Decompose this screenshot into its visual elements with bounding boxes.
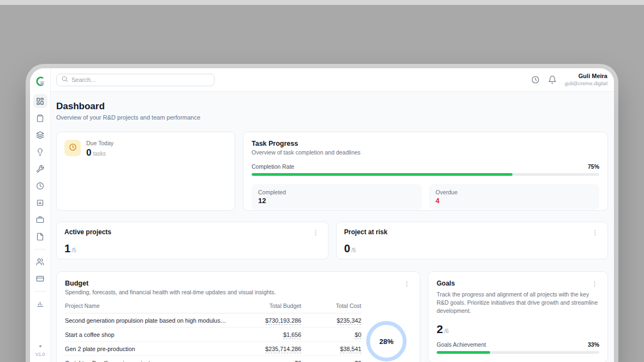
clock-icon xyxy=(36,182,44,190)
goals-value: 2 xyxy=(437,323,443,336)
budget-table-header: Project Name Total Budget Total Cost xyxy=(65,302,361,313)
top-strip xyxy=(0,0,644,5)
row-overview: Due Today 0tasks Task Progress Overview … xyxy=(56,132,608,211)
goals-title: Goals xyxy=(437,280,455,287)
due-clock-icon xyxy=(69,143,77,153)
budget-ring-area: 28% xyxy=(361,302,412,362)
goals-subtitle: Track the progress and alignment of all … xyxy=(437,290,599,316)
kebab-menu-icon[interactable] xyxy=(590,280,599,289)
task-progress-subtitle: Overview of task completion and deadline… xyxy=(252,149,599,156)
completion-rate-row: Completion Rate 75% xyxy=(252,163,599,170)
completion-rate-label: Completion Rate xyxy=(252,163,294,170)
col-total-cost: Total Cost xyxy=(301,302,361,309)
table-row[interactable]: Start a coffee shop $1,656 $0 xyxy=(65,328,361,342)
status-dot xyxy=(39,345,41,347)
completed-value: 12 xyxy=(258,197,415,205)
app-logo[interactable] xyxy=(34,75,47,88)
app-version: V1.0 xyxy=(35,352,45,357)
due-today-unit: tasks xyxy=(93,151,105,157)
overdue-value: 4 xyxy=(436,197,593,205)
search-input[interactable] xyxy=(71,76,210,83)
clipboard-icon xyxy=(36,114,44,122)
due-today-icon-box xyxy=(64,140,81,156)
budget-donut-chart: 28% xyxy=(366,321,407,361)
goals-total: /6 xyxy=(444,328,449,334)
budget-subtitle: Spending, forecasts, and financial healt… xyxy=(65,289,276,295)
sidebar-item-portfolio[interactable] xyxy=(33,212,47,227)
kebab-menu-icon[interactable] xyxy=(591,228,600,238)
sidebar-item-team[interactable] xyxy=(33,254,47,269)
total-budget-value: $235,714.286 xyxy=(233,346,301,352)
table-row[interactable]: Gen 2 plate pre-production $235,714.286 … xyxy=(65,342,361,356)
sidebar-item-reports[interactable] xyxy=(33,195,47,210)
notifications-bell-icon[interactable] xyxy=(548,75,557,84)
sidebar-item-documents[interactable] xyxy=(33,229,47,244)
completion-progress-track xyxy=(252,173,599,176)
total-cost-value: $38,541 xyxy=(301,346,361,352)
task-progress-title: Task Progress xyxy=(252,140,599,147)
row-kpis: Active projects 1 /5 Project at risk xyxy=(56,222,608,259)
row-budget-goals: Budget Spending, forecasts, and financia… xyxy=(56,271,608,362)
sidebar-item-dashboard[interactable] xyxy=(33,94,47,108)
budget-percentage: 28% xyxy=(379,337,393,346)
completed-stat-box[interactable]: Completed 12 xyxy=(252,184,422,210)
app-window: V1.0 xyxy=(30,68,614,362)
col-total-budget: Total Budget xyxy=(233,302,301,309)
report-box-icon xyxy=(36,199,44,207)
total-cost-value: $235,342 xyxy=(301,317,361,324)
history-clock-icon[interactable] xyxy=(531,75,540,84)
project-name: Second generation propulsion plate based… xyxy=(65,317,233,324)
lightbulb-icon xyxy=(36,148,44,156)
desktop-backdrop: V1.0 xyxy=(0,0,644,362)
completed-label: Completed xyxy=(258,189,415,195)
sidebar-item-time[interactable] xyxy=(33,179,47,193)
sidebar-item-ideas[interactable] xyxy=(33,145,47,159)
sidebar-item-analytics[interactable] xyxy=(33,296,47,311)
sidebar-item-projects[interactable] xyxy=(33,128,47,142)
sidebar-footer: V1.0 xyxy=(35,345,45,362)
user-menu[interactable]: Guli Meira guli@creme.digital xyxy=(565,73,607,87)
project-at-risk-total: /5 xyxy=(351,247,356,253)
dashboard-content: Dashboard Overview of your R&D projects … xyxy=(51,92,614,362)
main-column: Guli Meira guli@creme.digital Dashboard … xyxy=(51,68,614,362)
due-today-text: Due Today 0tasks xyxy=(86,140,114,158)
table-row[interactable]: Creighton Beryllium mine project $0 $0 xyxy=(65,356,361,362)
credit-card-icon xyxy=(36,275,44,283)
layers-icon xyxy=(36,131,44,139)
goals-achievement-row: Goals Achievement 33% xyxy=(437,341,599,348)
total-budget-value: $1,656 xyxy=(233,331,301,338)
kebab-menu-icon[interactable] xyxy=(311,228,320,238)
goals-progress-track xyxy=(437,351,599,354)
page-subtitle: Overview of your R&D projects and team p… xyxy=(56,114,608,121)
search-icon xyxy=(61,75,68,85)
due-today-card[interactable]: Due Today 0tasks xyxy=(56,132,235,211)
project-at-risk-value: 0 xyxy=(344,242,350,255)
task-progress-card: Task Progress Overview of task completio… xyxy=(243,132,608,211)
kebab-menu-icon[interactable] xyxy=(402,280,412,289)
document-icon xyxy=(36,233,44,241)
project-at-risk-card: Project at risk 0 /5 xyxy=(336,222,609,259)
topbar-actions: Guli Meira guli@creme.digital xyxy=(531,73,607,87)
bar-chart-icon xyxy=(36,300,44,308)
completion-rate-value: 75% xyxy=(588,163,599,170)
total-cost-value: $0 xyxy=(301,331,361,338)
search-box[interactable] xyxy=(56,74,214,86)
sidebar-item-billing[interactable] xyxy=(33,271,47,286)
overdue-stat-box[interactable]: Overdue 4 xyxy=(429,184,599,210)
creme-logo-icon xyxy=(35,76,46,87)
wrench-icon xyxy=(36,165,44,173)
completion-progress-fill xyxy=(252,173,512,176)
project-name: Start a coffee shop xyxy=(65,331,233,338)
budget-table: Project Name Total Budget Total Cost Sec… xyxy=(65,302,361,362)
due-today-value: 0tasks xyxy=(86,147,114,158)
active-projects-total: /5 xyxy=(71,247,76,253)
budget-card: Budget Spending, forecasts, and financia… xyxy=(56,271,420,362)
task-stats-row: Completed 12 Overdue 4 xyxy=(252,184,599,210)
total-budget-value: $730,193.286 xyxy=(233,317,301,324)
due-today-label: Due Today xyxy=(86,140,114,146)
sidebar-item-tasks[interactable] xyxy=(33,111,47,125)
dashboard-grid-icon xyxy=(36,97,44,105)
table-row[interactable]: Second generation propulsion plate based… xyxy=(65,313,361,328)
sidebar-item-tools[interactable] xyxy=(33,162,47,176)
col-project-name: Project Name xyxy=(65,302,233,309)
